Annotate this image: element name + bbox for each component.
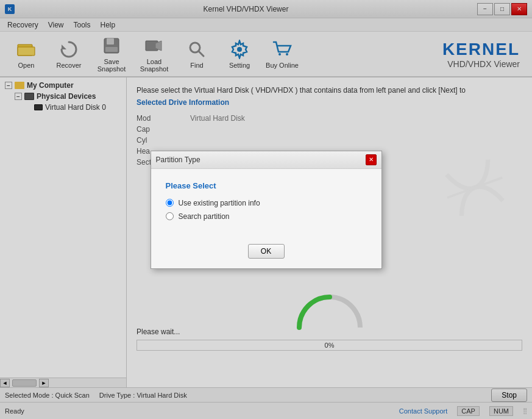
dialog-please-select: Please Select [166,181,367,190]
radio-search-input[interactable] [166,212,174,220]
radio-existing-label[interactable]: Use existing partition info [179,199,260,207]
radio-search-partition[interactable]: Search partition [166,212,367,221]
ok-button[interactable]: OK [248,244,285,259]
dialog-footer: OK [151,238,381,268]
dialog-close-button[interactable]: ✕ [366,154,377,165]
dialog-title-bar: Partition Type ✕ [151,151,381,169]
radio-search-label[interactable]: Search partition [179,212,230,221]
dialog-overlay: Partition Type ✕ Please Select Use exist… [0,0,532,419]
dialog-body: Please Select Use existing partition inf… [151,169,381,238]
partition-type-dialog: Partition Type ✕ Please Select Use exist… [151,151,382,269]
dialog-title: Partition Type [156,156,200,164]
radio-existing-partition[interactable]: Use existing partition info [166,199,367,207]
radio-existing-input[interactable] [166,199,174,207]
